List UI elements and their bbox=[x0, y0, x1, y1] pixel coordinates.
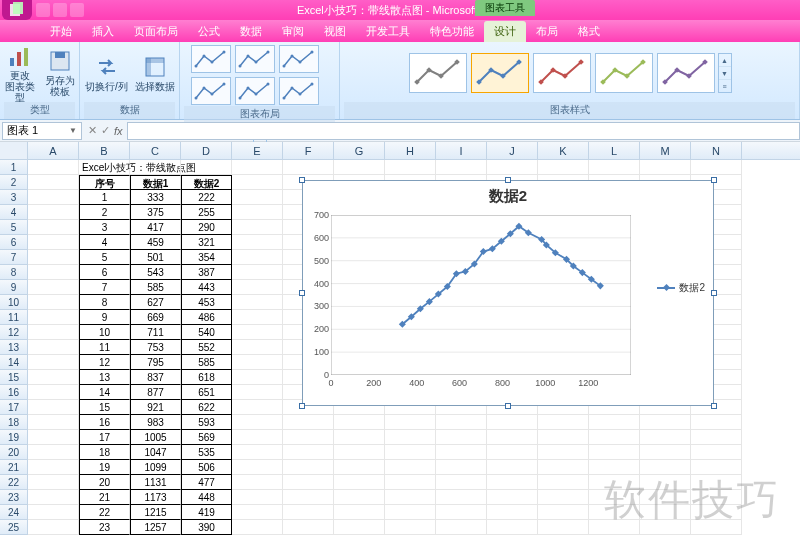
chart-legend[interactable]: 数据2 bbox=[657, 281, 705, 295]
cell[interactable]: 22 bbox=[79, 505, 130, 520]
cell[interactable]: 18 bbox=[79, 445, 130, 460]
chart-title[interactable]: 数据2 bbox=[303, 181, 713, 208]
cell[interactable]: 375 bbox=[130, 205, 181, 220]
cell[interactable] bbox=[28, 205, 79, 220]
cell[interactable]: 12 bbox=[79, 355, 130, 370]
cell[interactable] bbox=[232, 325, 283, 340]
cell[interactable] bbox=[436, 505, 487, 520]
save-as-template-button[interactable]: 另存为 模板 bbox=[41, 45, 79, 101]
cell[interactable] bbox=[589, 475, 640, 490]
cell[interactable] bbox=[28, 460, 79, 475]
chart-layout-thumb[interactable] bbox=[279, 45, 319, 73]
cell[interactable]: 333 bbox=[130, 190, 181, 205]
cell[interactable] bbox=[691, 490, 742, 505]
column-header[interactable]: D bbox=[181, 142, 232, 159]
cell[interactable]: 1047 bbox=[130, 445, 181, 460]
cell[interactable] bbox=[28, 250, 79, 265]
chart-style-thumb[interactable] bbox=[533, 53, 591, 93]
cell[interactable]: 669 bbox=[130, 310, 181, 325]
cell[interactable] bbox=[28, 445, 79, 460]
cell[interactable] bbox=[283, 505, 334, 520]
cell[interactable] bbox=[283, 490, 334, 505]
column-header[interactable]: E bbox=[232, 142, 283, 159]
select-data-button[interactable]: 选择数据 bbox=[133, 45, 177, 101]
column-header[interactable]: M bbox=[640, 142, 691, 159]
cell[interactable] bbox=[640, 445, 691, 460]
cell[interactable]: 17 bbox=[79, 430, 130, 445]
cell[interactable]: 711 bbox=[130, 325, 181, 340]
cell[interactable] bbox=[385, 520, 436, 535]
cell[interactable] bbox=[232, 490, 283, 505]
cell[interactable] bbox=[691, 505, 742, 520]
fx-icon[interactable]: fx bbox=[114, 125, 123, 137]
cell[interactable] bbox=[28, 370, 79, 385]
resize-handle[interactable] bbox=[711, 403, 717, 409]
cell[interactable] bbox=[436, 460, 487, 475]
cell[interactable] bbox=[334, 505, 385, 520]
cell[interactable] bbox=[436, 490, 487, 505]
cell[interactable] bbox=[232, 160, 283, 175]
tab-设计[interactable]: 设计 bbox=[484, 21, 526, 42]
row-header[interactable]: 19 bbox=[0, 430, 28, 445]
row-header[interactable]: 5 bbox=[0, 220, 28, 235]
row-header[interactable]: 20 bbox=[0, 445, 28, 460]
cell[interactable] bbox=[538, 160, 589, 175]
cell[interactable] bbox=[334, 415, 385, 430]
cell[interactable]: 数据1 bbox=[130, 175, 181, 190]
row-header[interactable]: 21 bbox=[0, 460, 28, 475]
cell[interactable]: 443 bbox=[181, 280, 232, 295]
cell[interactable] bbox=[691, 520, 742, 535]
cell[interactable] bbox=[181, 160, 232, 175]
row-header[interactable]: 14 bbox=[0, 355, 28, 370]
resize-handle[interactable] bbox=[299, 177, 305, 183]
cell[interactable]: 419 bbox=[181, 505, 232, 520]
cell[interactable]: 622 bbox=[181, 400, 232, 415]
cell[interactable] bbox=[28, 520, 79, 535]
cell[interactable] bbox=[232, 505, 283, 520]
cell[interactable]: 16 bbox=[79, 415, 130, 430]
chart-layout-thumb[interactable] bbox=[191, 77, 231, 105]
cell[interactable] bbox=[232, 175, 283, 190]
cell[interactable]: 19 bbox=[79, 460, 130, 475]
cell[interactable] bbox=[385, 160, 436, 175]
cell[interactable]: 9 bbox=[79, 310, 130, 325]
cell[interactable]: 2 bbox=[79, 205, 130, 220]
cell[interactable] bbox=[28, 190, 79, 205]
cell[interactable] bbox=[334, 160, 385, 175]
resize-handle[interactable] bbox=[299, 403, 305, 409]
cell[interactable] bbox=[28, 295, 79, 310]
cell[interactable] bbox=[283, 160, 334, 175]
cell[interactable]: 627 bbox=[130, 295, 181, 310]
embedded-chart[interactable]: 数据2 数据2 01002003004005006007000200400600… bbox=[302, 180, 714, 406]
cell[interactable] bbox=[232, 280, 283, 295]
cell[interactable] bbox=[589, 460, 640, 475]
cell[interactable]: 585 bbox=[130, 280, 181, 295]
tab-数据[interactable]: 数据 bbox=[230, 21, 272, 42]
cell[interactable]: 321 bbox=[181, 235, 232, 250]
row-header[interactable]: 15 bbox=[0, 370, 28, 385]
cell[interactable]: 4 bbox=[79, 235, 130, 250]
tab-公式[interactable]: 公式 bbox=[188, 21, 230, 42]
cell[interactable]: 837 bbox=[130, 370, 181, 385]
cell[interactable] bbox=[589, 415, 640, 430]
cell[interactable] bbox=[589, 160, 640, 175]
cell[interactable] bbox=[385, 505, 436, 520]
column-header[interactable]: F bbox=[283, 142, 334, 159]
cell[interactable] bbox=[28, 175, 79, 190]
cell[interactable] bbox=[232, 400, 283, 415]
cell[interactable]: 15 bbox=[79, 400, 130, 415]
cell[interactable] bbox=[28, 325, 79, 340]
cell[interactable] bbox=[232, 310, 283, 325]
cell[interactable]: 417 bbox=[130, 220, 181, 235]
cell[interactable]: 1099 bbox=[130, 460, 181, 475]
cell[interactable]: 569 bbox=[181, 430, 232, 445]
cell[interactable]: 1173 bbox=[130, 490, 181, 505]
chart-layout-thumb[interactable] bbox=[279, 77, 319, 105]
cell[interactable] bbox=[538, 505, 589, 520]
cell[interactable] bbox=[691, 430, 742, 445]
cell[interactable] bbox=[385, 445, 436, 460]
cell[interactable] bbox=[232, 460, 283, 475]
cell[interactable] bbox=[334, 445, 385, 460]
row-header[interactable]: 12 bbox=[0, 325, 28, 340]
row-header[interactable]: 11 bbox=[0, 310, 28, 325]
